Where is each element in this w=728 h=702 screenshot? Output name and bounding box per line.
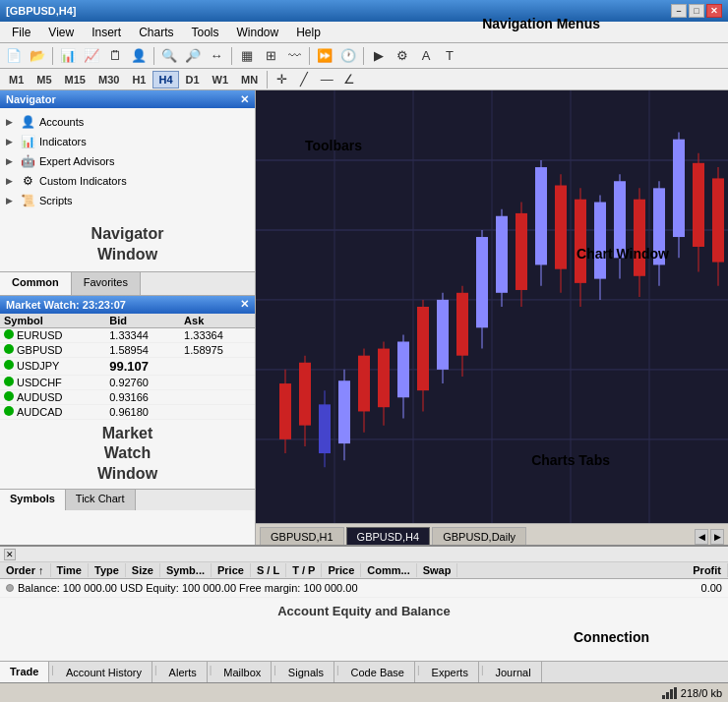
market-row-audusd[interactable]: AUDUSD 0.93166 xyxy=(0,389,255,404)
col-symbol: Symbol xyxy=(0,314,105,328)
zoom-out-button[interactable]: 🔎 xyxy=(182,45,204,67)
maximize-button[interactable]: □ xyxy=(689,4,704,18)
expert-button[interactable]: ▶ xyxy=(368,45,390,67)
chart-tab-gbpusd-h4[interactable]: GBPUSD,H4 xyxy=(346,527,431,545)
terminal-tab-signals[interactable]: Signals xyxy=(278,662,334,683)
terminal-tab-journal[interactable]: Journal xyxy=(486,662,542,683)
navigator-close-btn[interactable]: ✕ xyxy=(240,93,249,106)
chart-tab-prev[interactable]: ◀ xyxy=(695,529,708,545)
tf-mn[interactable]: MN xyxy=(235,71,264,88)
market-row-eurusd[interactable]: EURUSD 1.33344 1.33364 xyxy=(0,327,255,342)
market-row-usdchf[interactable]: USDCHF 0.92760 xyxy=(0,375,255,389)
zoom-in-button[interactable]: 🔍 xyxy=(158,45,180,67)
market-row-gbpusd[interactable]: GBPUSD 1.58954 1.58975 xyxy=(0,342,255,357)
mw-tab-tick-chart[interactable]: Tick Chart xyxy=(66,490,136,510)
terminal-close-bar: ✕ xyxy=(0,547,728,562)
tree-item-experts[interactable]: ▶ 🤖 Expert Advisors xyxy=(6,151,249,171)
tf-h1[interactable]: H1 xyxy=(126,71,152,88)
tree-item-scripts[interactable]: ▶ 📜 Scripts xyxy=(6,191,249,210)
scroll-button[interactable]: ↔ xyxy=(206,45,227,67)
nav-tab-favorites[interactable]: Favorites xyxy=(72,272,141,295)
signal-bar-3 xyxy=(670,689,673,699)
menu-view[interactable]: View xyxy=(40,24,82,41)
menu-window[interactable]: Window xyxy=(229,24,287,41)
svg-rect-36 xyxy=(516,213,527,290)
chart-tab-gbpusd-h1[interactable]: GBPUSD,H1 xyxy=(260,527,344,545)
period-button[interactable]: 🕐 xyxy=(337,45,359,67)
tf-w1[interactable]: W1 xyxy=(207,71,235,88)
open-button[interactable]: 📂 xyxy=(27,45,48,67)
settings-button[interactable]: ⚙ xyxy=(392,45,413,67)
toolbar-separator-3 xyxy=(231,47,232,65)
hline-button[interactable]: — xyxy=(316,69,337,90)
svg-rect-50 xyxy=(653,188,665,264)
chart-tab-gbpusd-daily[interactable]: GBPUSD,Daily xyxy=(432,527,526,545)
tf-h4[interactable]: H4 xyxy=(152,71,178,88)
svg-rect-46 xyxy=(614,181,626,258)
dot-usdchf xyxy=(4,377,14,386)
terminal-tab-trade[interactable]: Trade xyxy=(0,662,49,683)
tf-m30[interactable]: M30 xyxy=(92,71,125,88)
scripts-label: Scripts xyxy=(39,195,73,206)
chart-area: GBPUSD,H1 GBPUSD,H4 GBPUSD,Daily ◀ ▶ xyxy=(256,90,728,545)
market-row-audcad[interactable]: AUDCAD 0.96180 xyxy=(0,404,255,419)
tf-m1[interactable]: M1 xyxy=(3,71,30,88)
menu-insert[interactable]: Insert xyxy=(84,24,129,41)
indicators-label: Indicators xyxy=(39,136,87,147)
chart-tab-arrows: ◀ ▶ xyxy=(695,529,724,545)
svg-rect-16 xyxy=(319,404,331,453)
market-row-usdjpy[interactable]: USDJPY 99.107 xyxy=(0,357,255,375)
line-button[interactable]: 〰 xyxy=(283,45,305,67)
template-button[interactable]: 🗒 xyxy=(104,45,126,67)
terminal-tab-code-base[interactable]: Code Base xyxy=(341,662,415,683)
font-button[interactable]: T xyxy=(439,45,460,67)
chart-props-button[interactable]: 📊 xyxy=(57,45,79,67)
tf-m5[interactable]: M5 xyxy=(30,71,57,88)
profile-button[interactable]: 👤 xyxy=(128,45,150,67)
crosshair-button[interactable]: ✛ xyxy=(271,69,292,90)
symbol-usdjpy: USDJPY xyxy=(0,357,105,375)
indicator-button[interactable]: 📈 xyxy=(81,45,102,67)
minimize-button[interactable]: – xyxy=(671,4,687,18)
new-chart-button[interactable]: 📄 xyxy=(3,45,25,67)
candle-button[interactable]: ⊞ xyxy=(260,45,281,67)
terminal-close-btn[interactable]: ✕ xyxy=(4,549,16,560)
th-size: Size xyxy=(126,563,160,577)
tree-item-accounts[interactable]: ▶ 👤 Accounts xyxy=(6,112,249,132)
tf-m15[interactable]: M15 xyxy=(59,71,91,88)
mw-tab-symbols[interactable]: Symbols xyxy=(0,490,66,510)
ask-usdjpy xyxy=(180,357,255,375)
close-button[interactable]: ✕ xyxy=(706,4,722,18)
th-order: Order ↑ xyxy=(0,563,51,577)
menu-help[interactable]: Help xyxy=(288,24,329,41)
menu-bar: File View Insert Charts Tools Window Hel… xyxy=(0,22,728,43)
auto-scroll-button[interactable]: ⏩ xyxy=(314,45,335,67)
menu-charts[interactable]: Charts xyxy=(131,24,181,41)
toolbar-separator-1 xyxy=(52,47,53,65)
bid-usdchf: 0.92760 xyxy=(105,375,180,389)
market-watch-table: Symbol Bid Ask EURUSD 1.33344 1.33364 GB… xyxy=(0,314,255,420)
text-button[interactable]: A xyxy=(415,45,437,67)
tree-item-indicators[interactable]: ▶ 📊 Indicators xyxy=(6,132,249,151)
nav-tab-common[interactable]: Common xyxy=(0,272,72,295)
chart-tab-next[interactable]: ▶ xyxy=(710,529,724,545)
line-tool-button[interactable]: ╱ xyxy=(293,69,315,90)
bar-chart-button[interactable]: ▦ xyxy=(236,45,258,67)
navigator-window-label: NavigatorWindow xyxy=(0,214,255,271)
terminal-tab-account-history[interactable]: Account History xyxy=(56,662,152,683)
svg-rect-56 xyxy=(712,178,724,262)
market-watch-close-btn[interactable]: ✕ xyxy=(240,298,249,311)
menu-file[interactable]: File xyxy=(4,24,38,41)
th-comm: Comm... xyxy=(361,563,416,577)
terminal-tab-mailbox[interactable]: Mailbox xyxy=(213,662,272,683)
menu-tools[interactable]: Tools xyxy=(184,24,227,41)
chart-canvas[interactable] xyxy=(256,90,728,523)
terminal-tabs: Trade | Account History | Alerts | Mailb… xyxy=(0,661,728,682)
terminal-tab-alerts[interactable]: Alerts xyxy=(159,662,208,683)
tf-d1[interactable]: D1 xyxy=(180,71,206,88)
terminal-tab-experts[interactable]: Experts xyxy=(422,662,479,683)
terminal-table-header: Order ↑ Time Type Size Symb... Price S /… xyxy=(0,562,728,579)
market-watch-title: Market Watch: 23:23:07 xyxy=(6,299,126,311)
tree-item-custom[interactable]: ▶ ⚙ Custom Indicators xyxy=(6,171,249,191)
angle-button[interactable]: ∠ xyxy=(338,69,360,90)
